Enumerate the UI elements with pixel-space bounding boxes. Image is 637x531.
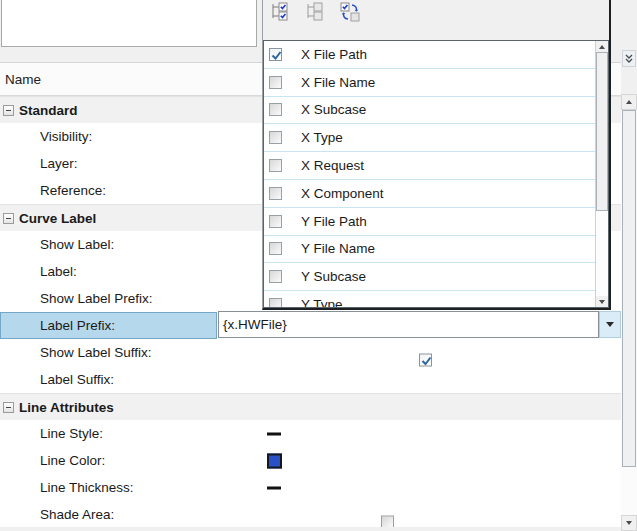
option-checkbox[interactable] (269, 270, 282, 283)
arrow-down-icon (626, 521, 632, 525)
section-label: Standard (19, 103, 78, 118)
line-sample-swatch[interactable] (267, 432, 281, 435)
option-label: X Subcase (301, 102, 366, 117)
line-sample-swatch[interactable] (267, 486, 281, 489)
popup-scroll-thumb[interactable] (596, 52, 608, 211)
combobox-dropdown-button[interactable] (599, 311, 621, 338)
popup-option-row[interactable]: X Type (264, 124, 597, 152)
property-label: Line Color: (40, 453, 105, 468)
option-label: X Component (301, 186, 384, 201)
grid-property-row[interactable]: Line Thickness: (0, 474, 621, 501)
option-checkbox[interactable] (269, 159, 282, 172)
check-all-button[interactable] (269, 3, 291, 25)
option-checkbox[interactable] (269, 298, 282, 308)
panel-scroll-up-button[interactable] (621, 94, 637, 110)
uncheck-all-icon (305, 2, 325, 26)
popup-option-row[interactable]: X File Path (264, 41, 597, 69)
option-label: X Request (301, 158, 364, 173)
property-label: Label: (40, 264, 77, 279)
check-all-icon (270, 2, 290, 26)
popup-toolbar (263, 0, 609, 40)
grid-property-row[interactable]: Label Suffix: (0, 366, 621, 393)
arrow-up-icon (599, 45, 605, 49)
label-prefix-dropdown-popup: X File PathX File NameX SubcaseX TypeX R… (262, 0, 611, 310)
section-label: Line Attributes (19, 400, 114, 415)
popup-scroll-up-button[interactable] (596, 41, 608, 52)
collapse-panel-button[interactable] (622, 50, 636, 67)
grid-property-row[interactable]: Shade Area: (0, 501, 621, 528)
grid-property-row[interactable]: Show Label Suffix: (0, 339, 621, 366)
grid-property-row[interactable]: Line Style: (0, 420, 621, 447)
top-preview-box (1, 0, 257, 47)
popup-option-row[interactable]: X Component (264, 180, 597, 208)
option-label: X Type (301, 130, 343, 145)
property-label: Reference: (40, 183, 106, 198)
option-checkbox[interactable] (269, 215, 282, 228)
double-chevron-down-icon (624, 54, 634, 64)
arrow-down-icon (599, 300, 605, 304)
popup-option-rows: X File PathX File NameX SubcaseX TypeX R… (264, 41, 597, 308)
property-label: Line Style: (40, 426, 103, 441)
option-checkbox[interactable] (269, 48, 282, 61)
arrow-up-icon (626, 100, 632, 104)
option-label: Y Subcase (301, 269, 366, 284)
collapse-minus-icon[interactable] (3, 213, 14, 224)
collapse-minus-icon[interactable] (3, 402, 14, 413)
option-checkbox[interactable] (269, 187, 282, 200)
popup-option-list: X File PathX File NameX SubcaseX TypeX R… (263, 40, 609, 308)
grid-bottom-band (0, 527, 621, 531)
section-label: Curve Label (19, 211, 96, 226)
option-label: X File Path (301, 47, 367, 62)
popup-scrollbar[interactable] (595, 41, 608, 307)
property-label: Show Label Prefix: (40, 291, 153, 306)
uncheck-all-button[interactable] (304, 3, 326, 25)
property-label: Shade Area: (40, 507, 114, 522)
option-checkbox[interactable] (269, 76, 282, 89)
panel-scroll-thumb[interactable] (622, 110, 636, 467)
combobox-value: {x.HWFile} (223, 317, 287, 332)
property-label: Show Label Suffix: (40, 345, 152, 360)
popup-option-row[interactable]: X Request (264, 152, 597, 180)
option-checkbox[interactable] (269, 103, 282, 116)
panel-scrollbar-column (621, 0, 637, 531)
curve-properties-panel: Name StandardVisibility:Layer:Reference:… (0, 0, 637, 531)
collapse-minus-icon[interactable] (3, 105, 14, 116)
option-label: Y File Name (301, 241, 375, 256)
option-label: Y Type (301, 297, 343, 308)
grid-property-row[interactable]: Line Color: (0, 447, 621, 474)
property-label: Label Prefix: (40, 318, 115, 333)
chevron-down-icon (606, 322, 614, 327)
popup-scroll-down-button[interactable] (596, 296, 608, 307)
popup-option-row[interactable]: Y File Name (264, 236, 597, 264)
property-label: Line Thickness: (40, 480, 134, 495)
line-color-swatch[interactable] (267, 453, 282, 468)
property-label: Visibility: (40, 129, 92, 144)
option-label: X File Name (301, 75, 375, 90)
popup-option-row[interactable]: Y File Path (264, 208, 597, 236)
popup-option-row[interactable]: X File Name (264, 69, 597, 97)
invert-checks-button[interactable] (339, 3, 361, 25)
column-header-label: Name (5, 72, 41, 87)
value-checkbox[interactable] (419, 353, 432, 366)
property-label: Layer: (40, 156, 78, 171)
option-checkbox[interactable] (269, 242, 282, 255)
popup-option-row[interactable]: Y Subcase (264, 263, 597, 291)
popup-option-row[interactable]: X Subcase (264, 97, 597, 125)
property-label: Show Label: (40, 237, 114, 252)
panel-scroll-down-button[interactable] (621, 515, 637, 531)
option-checkbox[interactable] (269, 131, 282, 144)
option-label: Y File Path (301, 214, 367, 229)
popup-option-row[interactable]: Y Type (264, 291, 597, 308)
combobox-text-field[interactable]: {x.HWFile} (218, 311, 599, 338)
property-label: Label Suffix: (40, 372, 114, 387)
grid-section-row[interactable]: Line Attributes (0, 393, 621, 420)
invert-checks-icon (340, 2, 360, 26)
